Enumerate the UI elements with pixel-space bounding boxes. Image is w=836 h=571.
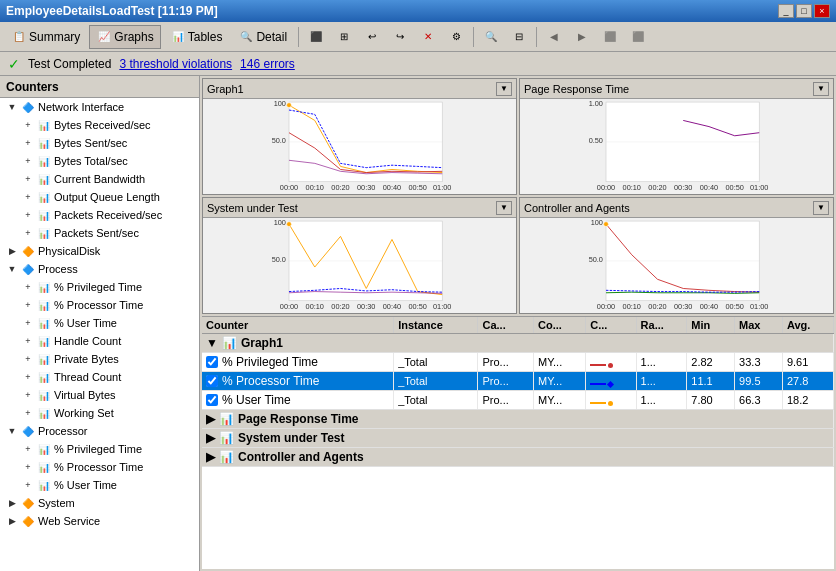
cell-min: 11.1 xyxy=(687,372,735,391)
group-row-page-response[interactable]: ▶ 📊 Page Response Time xyxy=(202,410,834,429)
group-label: ▶ 📊 System under Test xyxy=(202,429,834,448)
settings-btn[interactable]: ⚙ xyxy=(443,25,469,49)
table-row[interactable]: % User Time _Total Pro... MY... 1. xyxy=(202,391,834,410)
counter-icon: 📊 xyxy=(36,477,52,493)
cell-max: 99.5 xyxy=(735,372,783,391)
panel-btn-4[interactable]: ↪ xyxy=(387,25,413,49)
cell-instance: _Total xyxy=(394,372,478,391)
main-area: Counters ▼ 🔷 Network Interface + 📊 Bytes… xyxy=(0,76,836,571)
tree-item-bytes-received[interactable]: + 📊 Bytes Received/sec xyxy=(0,116,199,134)
panel-btn-1[interactable]: ⬛ xyxy=(303,25,329,49)
group-row-graph1[interactable]: ▼ 📊 Graph1 xyxy=(202,334,834,353)
delete-icon: ✕ xyxy=(420,29,436,45)
leaf-spacer: + xyxy=(20,459,36,475)
counter-name: % Processor Time xyxy=(222,374,319,388)
cell-counter: % Privileged Time xyxy=(202,353,394,372)
tree-item-virtual-bytes[interactable]: + 📊 Virtual Bytes xyxy=(0,386,199,404)
counter-checkbox[interactable] xyxy=(206,375,218,387)
minimize-button[interactable]: _ xyxy=(778,4,794,18)
tree-item-proc-proc-time[interactable]: + 📊 % Processor Time xyxy=(0,296,199,314)
svg-text:00:20: 00:20 xyxy=(648,183,666,192)
tree-item-working-set[interactable]: + 📊 Working Set xyxy=(0,404,199,422)
tree-item-handle-count[interactable]: + 📊 Handle Count xyxy=(0,332,199,350)
status-icon: ✓ xyxy=(8,56,20,72)
leaf-spacer: + xyxy=(20,117,36,133)
graph1-header: Graph1 ▼ xyxy=(203,79,516,99)
tree-item-proc-user-time[interactable]: + 📊 % User Time xyxy=(0,314,199,332)
nav-btn-1[interactable]: ◀ xyxy=(541,25,567,49)
detail-tab[interactable]: 🔍 Detail xyxy=(231,25,294,49)
tree-item-network-interface[interactable]: ▼ 🔷 Network Interface xyxy=(0,98,199,116)
group-name: System under Test xyxy=(238,431,344,445)
tree-item-bytes-total[interactable]: + 📊 Bytes Total/sec xyxy=(0,152,199,170)
tree-item-current-bandwidth[interactable]: + 📊 Current Bandwidth xyxy=(0,170,199,188)
svg-text:50.0: 50.0 xyxy=(272,136,286,145)
leaf-spacer: + xyxy=(20,315,36,331)
svg-text:1.00: 1.00 xyxy=(589,99,603,108)
tree-item-webservice[interactable]: ▶ 🔶 Web Service xyxy=(0,512,199,530)
tree-item-packets-sent[interactable]: + 📊 Packets Sent/sec xyxy=(0,224,199,242)
group-row-system[interactable]: ▶ 📊 System under Test xyxy=(202,429,834,448)
nav-btn-4[interactable]: ⬛ xyxy=(625,25,651,49)
close-button[interactable]: × xyxy=(814,4,830,18)
maximize-button[interactable]: □ xyxy=(796,4,812,18)
counter-checkbox[interactable] xyxy=(206,394,218,406)
threshold-violations-link[interactable]: 3 threshold violations xyxy=(119,57,232,71)
tree-label: Bytes Sent/sec xyxy=(54,137,127,149)
counter-checkbox[interactable] xyxy=(206,356,218,368)
tree-item-thread-count[interactable]: + 📊 Thread Count xyxy=(0,368,199,386)
col-avg: Avg. xyxy=(782,317,833,334)
leaf-spacer: + xyxy=(20,477,36,493)
tree-label: % Privileged Time xyxy=(54,443,142,455)
cell-max: 66.3 xyxy=(735,391,783,410)
delete-btn[interactable]: ✕ xyxy=(415,25,441,49)
cell-avg: 18.2 xyxy=(782,391,833,410)
tree-item-physicaldisk[interactable]: ▶ 🔶 PhysicalDisk xyxy=(0,242,199,260)
svg-text:01:00: 01:00 xyxy=(750,183,768,192)
expand-icon: ▼ xyxy=(4,423,20,439)
cell-c xyxy=(586,353,636,372)
group-row-controller[interactable]: ▶ 📊 Controller and Agents xyxy=(202,448,834,467)
tree-item-private-bytes[interactable]: + 📊 Private Bytes xyxy=(0,350,199,368)
graph1-dropdown[interactable]: ▼ xyxy=(496,82,512,96)
tree-item-system[interactable]: ▶ 🔶 System xyxy=(0,494,199,512)
tree-item-process[interactable]: ▼ 🔷 Process xyxy=(0,260,199,278)
zoom-icon-2: ⊟ xyxy=(511,29,527,45)
counter-icon: 📊 xyxy=(36,297,52,313)
toolbar-separator-2 xyxy=(473,27,474,47)
graph3-dropdown[interactable]: ▼ xyxy=(496,201,512,215)
zoom-btn-2[interactable]: ⊟ xyxy=(506,25,532,49)
table-row-selected[interactable]: % Processor Time _Total Pro... MY... xyxy=(202,372,834,391)
tree-label: Network Interface xyxy=(38,101,124,113)
folder-icon: 🔶 xyxy=(20,243,36,259)
tree-item-proc-priv-time[interactable]: + 📊 % Privileged Time xyxy=(0,278,199,296)
panel-btn-2[interactable]: ⊞ xyxy=(331,25,357,49)
tree-label: Private Bytes xyxy=(54,353,119,365)
graph2-title: Page Response Time xyxy=(524,83,629,95)
graphs-tab[interactable]: 📈 Graphs xyxy=(89,25,160,49)
graph2-dropdown[interactable]: ▼ xyxy=(813,82,829,96)
tree-item-processor[interactable]: ▼ 🔷 Processor xyxy=(0,422,199,440)
tree-label: Process xyxy=(38,263,78,275)
errors-link[interactable]: 146 errors xyxy=(240,57,295,71)
panel-btn-3[interactable]: ↩ xyxy=(359,25,385,49)
tree-item-packets-received[interactable]: + 📊 Packets Received/sec xyxy=(0,206,199,224)
cell-c xyxy=(586,391,636,410)
leaf-spacer: + xyxy=(20,225,36,241)
tree-item-output-queue[interactable]: + 📊 Output Queue Length xyxy=(0,188,199,206)
zoom-btn-1[interactable]: 🔍 xyxy=(478,25,504,49)
nav-btn-3[interactable]: ⬛ xyxy=(597,25,623,49)
tables-tab[interactable]: 📊 Tables xyxy=(163,25,230,49)
tree-item-proc2-user-time[interactable]: + 📊 % User Time xyxy=(0,476,199,494)
nav-btn-2[interactable]: ▶ xyxy=(569,25,595,49)
tree-label: Processor xyxy=(38,425,88,437)
summary-tab[interactable]: 📋 Summary xyxy=(4,25,87,49)
table-row[interactable]: % Privileged Time _Total Pro... MY... xyxy=(202,353,834,372)
graph4-dropdown[interactable]: ▼ xyxy=(813,201,829,215)
tree-item-bytes-sent[interactable]: + 📊 Bytes Sent/sec xyxy=(0,134,199,152)
sidebar: Counters ▼ 🔷 Network Interface + 📊 Bytes… xyxy=(0,76,200,571)
tree-item-proc2-priv-time[interactable]: + 📊 % Privileged Time xyxy=(0,440,199,458)
svg-text:100: 100 xyxy=(274,218,286,227)
group-label: ▶ 📊 Page Response Time xyxy=(202,410,834,429)
tree-item-proc2-proc-time[interactable]: + 📊 % Processor Time xyxy=(0,458,199,476)
